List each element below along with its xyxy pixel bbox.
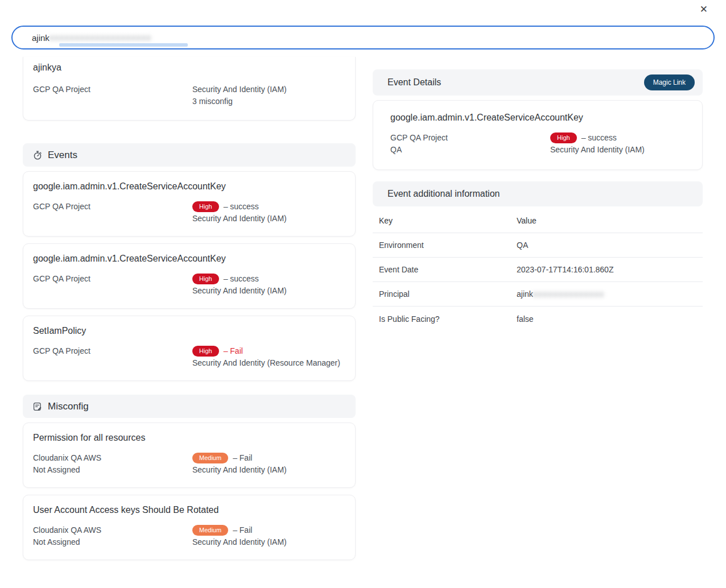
table-row: Environment QA <box>373 233 703 258</box>
table-row: Is Public Facing? false <box>373 307 703 331</box>
identity-misconfig-count: 3 misconfig <box>192 96 345 107</box>
checklist-pencil-icon <box>32 401 43 412</box>
event-details-environment: QA <box>390 144 550 156</box>
misconfig-section-title: Misconfig <box>48 401 89 412</box>
misconfig-status: – Fail <box>233 452 252 464</box>
severity-badge: Medium <box>192 453 228 463</box>
events-section-header: Events <box>23 143 356 167</box>
event-status: – success <box>224 201 259 213</box>
event-account: GCP QA Project <box>33 345 192 369</box>
misconfig-account: Cloudanix QA AWS <box>33 452 192 464</box>
principal-visible: ajink <box>517 289 533 299</box>
event-account: GCP QA Project <box>33 273 192 297</box>
event-account: GCP QA Project <box>33 201 192 225</box>
event-title: SetIamPolicy <box>33 325 345 337</box>
event-details-status: – success <box>581 132 617 144</box>
additional-info-header: Event additional information <box>373 181 703 206</box>
row-value: ajinkxxxxxxxxxxxxxx <box>517 289 703 299</box>
misconfig-result-card[interactable]: Permission for all resources Cloudanix Q… <box>23 423 356 488</box>
event-details-category: Security And Identity (IAM) <box>550 144 685 156</box>
stopwatch-icon <box>32 150 43 160</box>
misconfig-assignee: Not Assigned <box>33 536 192 548</box>
severity-badge: Medium <box>192 525 228 536</box>
table-row: Event Date 2023-07-17T14:16:01.860Z <box>373 258 703 282</box>
severity-badge: High <box>550 132 577 143</box>
misconfig-category: Security And Identity (IAM) <box>192 464 345 476</box>
table-header-row: Key Value <box>373 209 703 233</box>
magic-link-button[interactable]: Magic Link <box>644 74 695 90</box>
additional-info-title: Event additional information <box>387 189 500 199</box>
event-status: – success <box>224 273 259 285</box>
row-key: Environment <box>379 241 517 250</box>
events-section-title: Events <box>48 150 77 161</box>
event-title: google.iam.admin.v1.CreateServiceAccount… <box>33 181 345 192</box>
event-details-account: GCP QA Project <box>390 132 550 144</box>
row-value: QA <box>517 241 703 250</box>
close-icon[interactable]: ✕ <box>699 3 709 16</box>
row-value: 2023-07-17T14:16:01.860Z <box>517 265 703 274</box>
search-results-column: ajinkya GCP QA Project Security And Iden… <box>23 57 356 567</box>
search-selection-underline <box>59 43 188 47</box>
event-result-card[interactable]: google.iam.admin.v1.CreateServiceAccount… <box>23 171 356 237</box>
severity-badge: High <box>192 274 219 284</box>
additional-info-table: Key Value Environment QA Event Date 2023… <box>373 209 703 331</box>
event-category: Security And Identity (Resource Manager) <box>192 357 345 369</box>
row-key: Is Public Facing? <box>379 314 517 324</box>
misconfig-category: Security And Identity (IAM) <box>192 536 345 548</box>
misconfig-title: Permission for all resources <box>33 432 345 444</box>
identity-account: GCP QA Project <box>33 84 192 107</box>
column-header-key: Key <box>379 216 517 225</box>
table-row: Principal ajinkxxxxxxxxxxxxxx <box>373 282 703 307</box>
event-details-card: google.iam.admin.v1.CreateServiceAccount… <box>373 100 703 170</box>
row-value: false <box>517 314 703 324</box>
column-header-value: Value <box>517 216 703 225</box>
search-value-redacted: xxxxxxxxxxxxxxxxxxxx <box>50 33 177 42</box>
identity-category: Security And Identity (IAM) <box>192 84 345 96</box>
search-input[interactable]: ajinkxxxxxxxxxxxxxxxxxxxx <box>11 26 715 49</box>
event-details-header: Event Details Magic Link <box>373 69 703 96</box>
event-status: – Fail <box>224 345 243 357</box>
misconfig-result-card[interactable]: User Account Access keys Should Be Rotat… <box>23 495 356 560</box>
identity-result-card[interactable]: ajinkya GCP QA Project Security And Iden… <box>23 57 356 121</box>
event-details-event-title: google.iam.admin.v1.CreateServiceAccount… <box>390 112 685 123</box>
misconfig-title: User Account Access keys Should Be Rotat… <box>33 504 345 516</box>
misconfig-status: – Fail <box>233 524 252 536</box>
severity-badge: High <box>192 201 219 212</box>
misconfig-section-header: Misconfig <box>23 395 356 418</box>
event-category: Security And Identity (IAM) <box>192 213 345 225</box>
misconfig-account: Cloudanix QA AWS <box>33 524 192 536</box>
event-details-panel: Event Details Magic Link google.iam.admi… <box>373 69 703 331</box>
event-category: Security And Identity (IAM) <box>192 285 345 297</box>
event-result-card[interactable]: google.iam.admin.v1.CreateServiceAccount… <box>23 243 356 309</box>
identity-title: ajinkya <box>33 62 345 73</box>
severity-badge: High <box>192 346 219 357</box>
principal-redacted: xxxxxxxxxxxxxx <box>533 289 618 299</box>
row-key: Principal <box>379 289 517 299</box>
search-value-visible: ajink <box>32 33 50 43</box>
event-details-title: Event Details <box>387 77 441 88</box>
event-result-card[interactable]: SetIamPolicy GCP QA Project High – Fail … <box>23 316 356 381</box>
row-key: Event Date <box>379 265 517 274</box>
event-title: google.iam.admin.v1.CreateServiceAccount… <box>33 253 345 264</box>
misconfig-assignee: Not Assigned <box>33 464 192 476</box>
